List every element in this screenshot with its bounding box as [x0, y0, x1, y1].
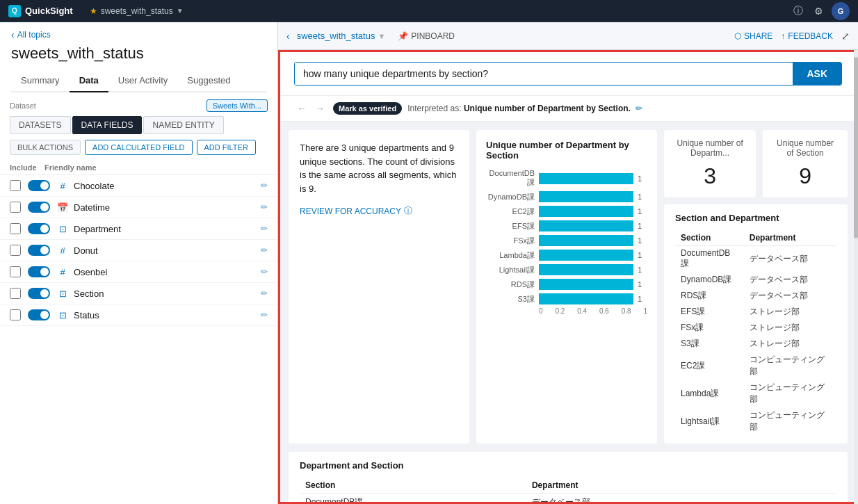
scrollbar[interactable] [854, 50, 858, 504]
sd-section-cell: EFS課 [675, 304, 744, 320]
bar-fill [539, 250, 633, 261]
all-topics-link[interactable]: All topics [11, 29, 266, 40]
pinboard-button[interactable]: 📌 PINBOARD [398, 31, 455, 41]
field-tabs: DATASETS DATA FIELDS NAMED ENTITY [0, 116, 277, 134]
bar-row: Lightsail課 1 [486, 264, 647, 275]
edit-icon-department[interactable]: ✏ [261, 224, 268, 234]
edit-icon-datetime[interactable]: ✏ [261, 202, 268, 212]
ask-button[interactable]: ASK [793, 63, 841, 85]
field-name-osenbei: Osenbei [74, 267, 261, 277]
top-tab-sweets[interactable]: ★ sweets_with_status ▼ [84, 3, 189, 19]
bar-fill [539, 220, 633, 231]
main-layout: All topics sweets_with_status Summary Da… [0, 22, 858, 504]
bulk-actions-button[interactable]: BULK ACTIONS [10, 140, 81, 155]
dropdown-icon: ▼ [177, 7, 184, 15]
sd-section-cell: Lightsail課 [675, 407, 744, 435]
bar-value: 1 [638, 193, 647, 201]
search-input[interactable] [295, 63, 793, 85]
settings-icon[interactable]: ⚙ [811, 3, 826, 19]
bar-row: RDS課 1 [486, 279, 647, 290]
verified-badge[interactable]: Mark as verified [333, 102, 402, 115]
scrollbar-thumb[interactable] [854, 57, 858, 238]
field-tab-named-entity[interactable]: NAMED ENTITY [143, 116, 223, 134]
field-checkbox-section[interactable] [10, 288, 21, 299]
section-dept-title: Section and Department [675, 213, 836, 223]
field-toggle-datetime[interactable] [28, 202, 50, 213]
field-toggle-department[interactable] [28, 223, 50, 234]
tab-data[interactable]: Data [70, 70, 108, 92]
field-name-section: Section [74, 288, 261, 299]
info-icon[interactable]: ⓘ [791, 2, 806, 20]
edit-icon-status[interactable]: ✏ [261, 310, 268, 320]
edit-icon-donut[interactable]: ✏ [261, 245, 268, 255]
metric-card-section: Unique number of Section 9 [763, 130, 848, 197]
feedback-button[interactable]: ↑ FEEDBACK [781, 31, 833, 41]
col-include-header: Include [10, 163, 44, 172]
edit-icon-osenbei[interactable]: ✏ [261, 267, 268, 277]
bottom-table-wrap: Department and Section Section Departmen… [289, 452, 848, 504]
field-checkbox-datetime[interactable] [10, 202, 21, 213]
field-row: ⊡ Department ✏ [0, 218, 277, 240]
user-avatar[interactable]: G [832, 2, 850, 20]
bar-label: EC2課 [486, 206, 535, 217]
field-toggle-status[interactable] [28, 309, 50, 320]
edit-icon-section[interactable]: ✏ [261, 288, 268, 298]
field-checkbox-osenbei[interactable] [10, 266, 21, 277]
bar-chart-card: Unique number of Department by Section D… [476, 130, 657, 444]
left-panel: All topics sweets_with_status Summary Da… [0, 22, 278, 504]
search-input-wrap: ASK [294, 62, 842, 86]
dataset-badge[interactable]: Sweets With... [207, 99, 268, 112]
bar-value: 1 [638, 174, 647, 183]
interpreted-text: Interpreted as: Unique number of Departm… [407, 104, 642, 113]
field-checkbox-chocolate[interactable] [10, 180, 21, 191]
field-name-donut: Donut [74, 245, 261, 256]
dimension-icon-section: ⊡ [57, 288, 68, 299]
add-calculated-field-button[interactable]: ADD CALCULATED FIELD [85, 140, 192, 155]
sd-table-row: EFS課ストレージ部 [675, 304, 836, 320]
right-top-bar: ‹ sweets_with_status ▼ 📌 PINBOARD ⬡ SHAR… [278, 22, 858, 50]
field-toggle-osenbei[interactable] [28, 266, 50, 277]
field-checkbox-donut[interactable] [10, 245, 21, 256]
edit-icon-chocolate[interactable]: ✏ [261, 181, 268, 190]
bar-fill [539, 235, 633, 246]
bar-label: DocumentDB課 [486, 169, 535, 188]
bar-label: RDS課 [486, 279, 535, 290]
bt-col1-header: Section [300, 478, 526, 494]
field-tab-datasets[interactable]: DATASETS [10, 116, 71, 134]
text-result-card: There are 3 unique departments and 9 uni… [289, 130, 469, 444]
bar-value: 1 [638, 222, 647, 230]
share-label: SHARE [744, 31, 772, 41]
chart-title: Unique number of Department by Section [486, 140, 647, 161]
prev-arrow[interactable]: ← [294, 101, 309, 115]
tab-summary[interactable]: Summary [11, 70, 70, 92]
bar-outer [539, 293, 633, 304]
next-arrow[interactable]: → [312, 101, 327, 115]
review-accuracy-link[interactable]: REVIEW FOR ACCURACY ⓘ [300, 205, 458, 217]
fields-table-header: Include Friendly name [0, 161, 277, 175]
bt-table-row: DocumentDB課データベース部 [300, 494, 836, 505]
back-button[interactable]: ‹ [286, 31, 290, 42]
breadcrumb-dropdown-icon: ▼ [378, 32, 385, 40]
field-toggle-section[interactable] [28, 288, 50, 299]
tab-suggested[interactable]: Suggested [177, 70, 240, 92]
field-toggle-donut[interactable] [28, 245, 50, 256]
left-header: All topics sweets_with_status Summary Da… [0, 22, 277, 92]
bar-value: 1 [638, 280, 647, 288]
interpreted-edit-icon[interactable]: ✏ [636, 104, 642, 113]
topic-breadcrumb[interactable]: sweets_with_status ▼ [297, 31, 386, 41]
bar-outer [539, 220, 633, 231]
field-toggle-chocolate[interactable] [28, 180, 50, 191]
sd-section-cell: EC2課 [675, 352, 744, 380]
bar-value: 1 [638, 207, 647, 216]
bar-outer [539, 191, 633, 202]
sd-table-row: RDS課データベース部 [675, 288, 836, 304]
expand-button[interactable]: ⤢ [841, 31, 850, 42]
axis-label: 1 [643, 307, 647, 315]
tab-user-activity[interactable]: User Activity [108, 70, 178, 92]
add-filter-button[interactable]: ADD FILTER [197, 140, 256, 155]
field-tab-data-fields[interactable]: DATA FIELDS [72, 116, 143, 134]
bar-chart: DocumentDB課 1 DynamoDB課 1 EC2課 1 EFS課 1 [486, 169, 647, 304]
field-checkbox-department[interactable] [10, 223, 21, 234]
share-button[interactable]: ⬡ SHARE [734, 31, 772, 41]
field-checkbox-status[interactable] [10, 309, 21, 320]
